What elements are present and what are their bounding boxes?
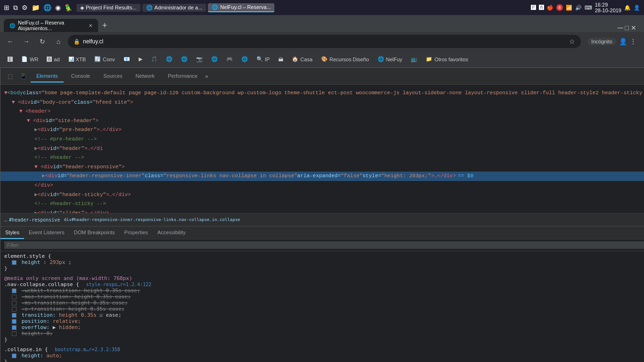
- css-checkbox[interactable]: [12, 313, 17, 318]
- bookmark-misc7[interactable]: 🌐: [238, 54, 252, 64]
- css-prop-overflow[interactable]: overflow: ▶ hidden;: [4, 324, 644, 330]
- devtools-tab-elements[interactable]: Elements: [31, 70, 64, 82]
- css-checkbox[interactable]: [12, 325, 17, 330]
- styles-tab-events[interactable]: Event Listeners: [24, 227, 69, 239]
- tree-node-close[interactable]: </div>: [0, 181, 644, 190]
- bookmark-ip[interactable]: 🔍IP: [253, 54, 273, 64]
- home-button[interactable]: ⌂: [52, 35, 65, 48]
- address-box[interactable]: 🔒 nelfuy.cl ☆: [68, 35, 581, 48]
- menu-icon[interactable]: ⋮: [630, 38, 636, 45]
- css-prop-ms-transition[interactable]: -ms-transition: height 0.35s ease;: [4, 300, 644, 306]
- tab-nelfuy[interactable]: 🌐 NelFuy.cl – Reserva Alojamientos... ✕: [4, 19, 98, 32]
- css-prop-value[interactable]: 293px: [50, 259, 65, 265]
- bookmark-misc3[interactable]: 🌐: [177, 54, 191, 64]
- styles-filter-input[interactable]: [4, 241, 644, 249]
- tree-node-body-core[interactable]: ▼ <div id= "body-core" class= "hfeed sit…: [0, 98, 644, 107]
- torrent-icon[interactable]: ◉: [55, 4, 61, 11]
- bookmark-ad[interactable]: 🅰ad: [43, 55, 63, 64]
- bookmark-nelfuy[interactable]: 🌐NelFuy: [374, 54, 406, 64]
- tree-node-header-responsive[interactable]: ▼ <div id= "header-responsive" >: [0, 163, 644, 172]
- file-manager-icon[interactable]: 📁: [32, 4, 40, 11]
- css-checkbox-checked[interactable]: [12, 260, 17, 265]
- bookmark-wr[interactable]: 📄WR: [17, 54, 42, 64]
- css-checkbox[interactable]: [12, 331, 17, 336]
- bookmark-mountain[interactable]: 🏔: [274, 55, 287, 64]
- task-view-icon[interactable]: ⧉: [13, 4, 18, 12]
- tree-node-preheader[interactable]: ▶ <div id= "pre-header" >…</div>: [0, 125, 644, 135]
- devtools-tab-sources[interactable]: Sources: [98, 70, 128, 82]
- css-checkbox[interactable]: [12, 295, 17, 299]
- maximize-button[interactable]: □: [625, 24, 629, 32]
- tree-node-header-div[interactable]: ▶ <div id= "header" >…</di: [0, 144, 644, 154]
- start-menu-icon[interactable]: ⊞: [4, 4, 9, 11]
- tree-comment-preheader[interactable]: <!-- #pre-header -->: [0, 135, 644, 144]
- css-checkbox[interactable]: [12, 301, 17, 305]
- css-prop-height-auto[interactable]: height: auto;: [4, 353, 644, 359]
- css-property-height[interactable]: height : 293px ;: [4, 259, 644, 265]
- element-picker-icon[interactable]: ⬚: [4, 71, 16, 82]
- tree-comment-header[interactable]: <!-- #header -->: [0, 153, 644, 163]
- bookmark-misc2[interactable]: 🌐: [162, 54, 176, 64]
- css-source-link[interactable]: style-respo…r=1.2.4:122: [86, 282, 151, 287]
- bookmark-misc6[interactable]: 🎮: [223, 54, 237, 64]
- tree-node-selected[interactable]: ▶ <div id= "header-responsive-inner" cla…: [0, 172, 644, 181]
- css-prop-height-zero[interactable]: height: 0;: [4, 330, 644, 337]
- settings-icon[interactable]: ⚙: [22, 4, 28, 11]
- css-checkbox[interactable]: [12, 307, 17, 312]
- css-prop-moz-transition[interactable]: -moz-transition: height 0.35s ease;: [4, 294, 644, 300]
- bookmark-recursos[interactable]: 🎨Recursos Diseño: [317, 54, 373, 64]
- bookmark-misc5[interactable]: 🌐: [207, 54, 222, 64]
- css-checkbox[interactable]: [12, 288, 17, 293]
- bookmark-misc4[interactable]: 📷: [192, 54, 206, 64]
- close: >: [130, 99, 133, 107]
- new-tab-button[interactable]: +: [98, 19, 111, 32]
- close-button[interactable]: ✕: [631, 24, 636, 32]
- more-tabs-icon[interactable]: »: [205, 73, 208, 80]
- bookmark-star-icon[interactable]: ☆: [569, 38, 575, 45]
- notification-icon[interactable]: 🔔: [624, 5, 631, 11]
- taskbar-app-nelfuy[interactable]: 🌐 NelFuy.cl – Reserva...: [208, 3, 274, 12]
- tree-node-site-header[interactable]: ▼ <div id= "site-header" >: [0, 116, 644, 126]
- profile-icon[interactable]: 👤: [619, 38, 627, 45]
- extra-icon1[interactable]: 🦜: [65, 4, 73, 11]
- devtools-tab-performance[interactable]: Performance: [162, 70, 203, 82]
- tree-node-body[interactable]: ▼ <body class= "home page-template-defau…: [0, 89, 644, 98]
- tab-close-button[interactable]: ✕: [89, 23, 92, 28]
- styles-tab-properties[interactable]: Properties: [120, 227, 153, 239]
- styles-tab-accessibility[interactable]: Accessibility: [153, 227, 190, 239]
- bookmark-e[interactable]: 🅴: [4, 55, 17, 64]
- devtools-tab-network[interactable]: Network: [130, 70, 160, 82]
- mobile-icon[interactable]: 📱: [17, 71, 29, 82]
- devtools-tab-console[interactable]: Console: [66, 70, 96, 82]
- breadcrumb-item-1[interactable]: div#header-responsive-inner.responsive-l…: [64, 217, 240, 222]
- bookmark-conv[interactable]: 🔄Conv: [91, 54, 119, 64]
- tree-node-header[interactable]: ▼ <header>: [0, 107, 644, 116]
- css-prop-transition[interactable]: transition: height 0.35s ☑ ease;: [4, 312, 644, 318]
- css-prop-o-transition[interactable]: -o-transition: height 0.35s ease;: [4, 306, 644, 312]
- css-checkbox[interactable]: [12, 354, 17, 358]
- tree-node-slider[interactable]: ▶ <div id= "slider" >…</div>: [0, 209, 644, 213]
- browser-icon[interactable]: 🌐: [43, 4, 51, 11]
- css-source-link2[interactable]: bootstrap.m…r=2.3.2:358: [55, 347, 120, 352]
- forward-button[interactable]: →: [20, 35, 33, 48]
- back-button[interactable]: ←: [4, 35, 17, 48]
- reload-button[interactable]: ↻: [36, 35, 49, 48]
- tree-comment-sticky[interactable]: <!-- #header-sticky -->: [0, 199, 644, 209]
- bookmark-misc1[interactable]: 🎵: [147, 54, 161, 64]
- bookmark-casa[interactable]: 🏠Casa: [288, 54, 316, 64]
- bookmark-tv[interactable]: 📺: [407, 54, 421, 64]
- minimize-button[interactable]: ─: [618, 24, 623, 32]
- taskbar-app-sublime[interactable]: ◈ Project Find Results...: [76, 4, 140, 12]
- css-prop-position[interactable]: position: relative;: [4, 318, 644, 324]
- bookmark-otros[interactable]: 📁Otros favoritos: [422, 54, 472, 64]
- tree-node-header-sticky[interactable]: ▶ <div id= "header-sticky" >…</div>: [0, 190, 644, 200]
- styles-tab-dom[interactable]: DOM Breakpoints: [69, 227, 120, 239]
- bookmark-xtb[interactable]: 📊XTB: [65, 55, 90, 64]
- styles-tab-styles[interactable]: Styles: [0, 227, 24, 239]
- bookmark-gmail[interactable]: 📧: [120, 54, 134, 64]
- bookmark-youtube[interactable]: ▶: [135, 54, 146, 64]
- css-prop-webkit-transition[interactable]: -webkit-transition: height 0.35s ease;: [4, 288, 644, 294]
- taskbar-app-admin[interactable]: 🌐 Administrador de a...: [142, 4, 206, 12]
- breadcrumb-item-0[interactable]: #header-responsive: [9, 217, 60, 222]
- css-checkbox[interactable]: [12, 319, 17, 324]
